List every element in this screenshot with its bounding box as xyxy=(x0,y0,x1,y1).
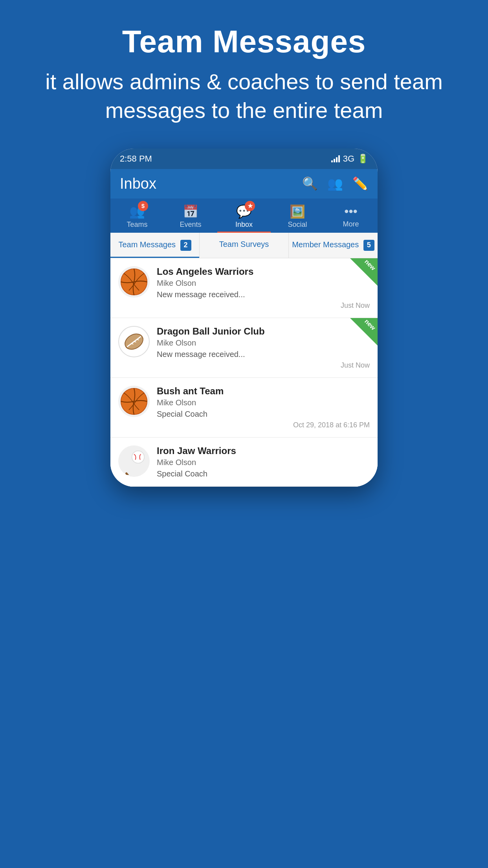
status-bar: 2:58 PM 3G 🔋 xyxy=(110,149,378,169)
svg-rect-3 xyxy=(125,472,133,474)
message-team-name: Dragon Ball Junior Club xyxy=(157,326,370,337)
more-icon: ••• xyxy=(344,204,358,219)
message-team-name: Los Angeles Warriors xyxy=(157,266,370,277)
sub-tab-team-surveys-label: Team Surveys xyxy=(219,240,269,248)
message-item[interactable]: Bush ant Team Mike Olson Special Coach O… xyxy=(110,378,378,438)
tab-teams-label: Teams xyxy=(127,221,147,229)
message-content: Bush ant Team Mike Olson Special Coach O… xyxy=(157,386,370,429)
message-list: Los Angeles Warriors Mike Olson New mess… xyxy=(110,258,378,487)
inbox-badge: ★ xyxy=(245,201,255,211)
message-content: Iron Jaw Warriors Mike Olson Special Coa… xyxy=(157,445,370,478)
signal-icon xyxy=(331,155,340,162)
teams-icon: 👥 $ xyxy=(129,204,145,219)
events-icon: 📅 xyxy=(183,204,198,219)
message-team-name: Iron Jaw Warriors xyxy=(157,445,370,456)
message-team-name: Bush ant Team xyxy=(157,386,370,397)
group-icon[interactable]: 👥 xyxy=(327,176,343,191)
phone-mockup: 2:58 PM 3G 🔋 Inbox 🔍 👥 ✏️ 👥 $ xyxy=(110,149,378,487)
sub-tabs: Team Messages 2 Team Surveys Member Mess… xyxy=(110,233,378,258)
avatar xyxy=(118,445,150,477)
message-sender: Mike Olson xyxy=(157,458,370,467)
baseball-icon xyxy=(120,447,148,475)
message-item[interactable]: Iron Jaw Warriors Mike Olson Special Coa… xyxy=(110,438,378,487)
sub-tab-team-messages[interactable]: Team Messages 2 xyxy=(110,233,200,258)
page-header: Team Messages it allows admins & coaches… xyxy=(0,0,488,125)
nav-tabs: 👥 $ Teams 📅 Events 💬 ★ Inbox 🖼️ Social •… xyxy=(110,199,378,233)
tab-events[interactable]: 📅 Events xyxy=(164,199,217,233)
avatar xyxy=(118,386,150,417)
tab-social-label: Social xyxy=(288,221,307,229)
page-title: Team Messages xyxy=(0,24,488,60)
app-header: Inbox 🔍 👥 ✏️ xyxy=(110,169,378,199)
teams-badge: $ xyxy=(138,201,148,211)
network-type: 3G xyxy=(343,154,354,164)
message-preview: Special Coach xyxy=(157,410,370,419)
sub-tab-member-messages-label: Member Messages xyxy=(292,240,359,249)
message-sender: Mike Olson xyxy=(157,338,370,348)
message-item[interactable]: Los Angeles Warriors Mike Olson New mess… xyxy=(110,258,378,318)
basketball-icon xyxy=(120,268,148,296)
message-sender: Mike Olson xyxy=(157,279,370,288)
avatar xyxy=(118,266,150,298)
tab-inbox-label: Inbox xyxy=(235,221,253,229)
battery-icon: 🔋 xyxy=(358,154,368,164)
inbox-icon: 💬 ★ xyxy=(236,204,252,219)
message-time: Oct 29, 2018 at 6:16 PM xyxy=(157,421,370,429)
tab-inbox[interactable]: 💬 ★ Inbox xyxy=(217,199,271,233)
svg-point-4 xyxy=(132,451,145,463)
page-subtitle: it allows admins & coaches to send team … xyxy=(0,68,488,125)
basketball-icon xyxy=(120,388,148,415)
sub-tab-team-surveys[interactable]: Team Surveys xyxy=(200,233,289,258)
message-preview: Special Coach xyxy=(157,469,370,478)
tab-social[interactable]: 🖼️ Social xyxy=(271,199,324,233)
sub-tab-member-messages[interactable]: Member Messages 5 xyxy=(289,233,378,258)
message-content: Los Angeles Warriors Mike Olson New mess… xyxy=(157,266,370,310)
message-preview: New message received... xyxy=(157,290,370,299)
tab-more[interactable]: ••• More xyxy=(324,199,378,233)
sub-tab-team-messages-label: Team Messages xyxy=(118,240,176,249)
app-header-actions: 🔍 👥 ✏️ xyxy=(302,176,368,191)
message-time: Just Now xyxy=(157,302,370,310)
status-time: 2:58 PM xyxy=(120,154,152,164)
message-item[interactable]: Dragon Ball Junior Club Mike Olson New m… xyxy=(110,318,378,378)
avatar xyxy=(118,326,150,357)
status-icons: 3G 🔋 xyxy=(331,154,368,164)
tab-teams[interactable]: 👥 $ Teams xyxy=(110,199,164,233)
search-icon[interactable]: 🔍 xyxy=(302,176,318,191)
message-content: Dragon Ball Junior Club Mike Olson New m… xyxy=(157,326,370,370)
message-preview: New message received... xyxy=(157,350,370,359)
team-messages-badge: 2 xyxy=(180,240,191,251)
edit-icon[interactable]: ✏️ xyxy=(352,176,368,191)
message-time: Just Now xyxy=(157,361,370,370)
app-title: Inbox xyxy=(120,175,156,192)
tab-events-label: Events xyxy=(180,221,201,229)
tab-more-label: More xyxy=(343,220,359,228)
member-messages-badge: 5 xyxy=(363,240,374,251)
football-icon xyxy=(120,328,148,355)
message-sender: Mike Olson xyxy=(157,398,370,407)
social-icon: 🖼️ xyxy=(290,204,305,219)
